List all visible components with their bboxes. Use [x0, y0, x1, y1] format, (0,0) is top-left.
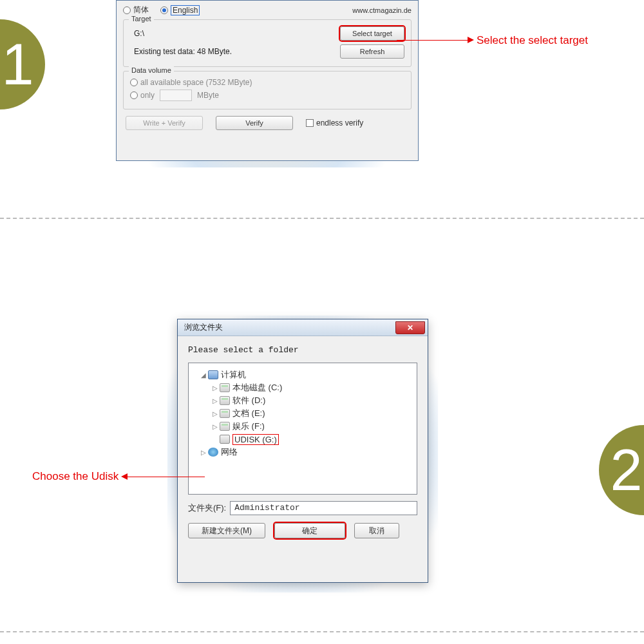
select-target-button[interactable]: Select target [340, 26, 404, 41]
data-volume-group: Data volume all available space (7532 MB… [123, 71, 412, 109]
anno2-arrow-line [128, 477, 205, 477]
computer-icon [208, 370, 218, 379]
vol-all-radio: all available space (7532 MByte) [130, 78, 252, 87]
usb-drive-icon [220, 435, 230, 444]
radio-icon [123, 6, 131, 14]
verify-button[interactable]: Verify [216, 116, 293, 130]
tree-label: 网络 [221, 446, 238, 458]
ok-button[interactable]: 确定 [274, 523, 345, 538]
radio-icon [130, 79, 138, 86]
radio-checked-icon [160, 6, 168, 14]
folder-field-label: 文件夹(F): [188, 502, 226, 514]
close-icon: ✕ [407, 323, 413, 332]
titlebar: 浏览文件夹 ✕ [178, 319, 428, 336]
close-button[interactable]: ✕ [395, 321, 425, 334]
new-folder-button[interactable]: 新建文件夹(M) [188, 523, 265, 538]
site-link[interactable]: www.ctmagazin.de [352, 6, 412, 14]
radio-icon [130, 91, 138, 99]
target-group-title: Target [129, 15, 154, 23]
expand-icon[interactable]: ▷ [211, 423, 220, 430]
tree-item-drive-f[interactable]: ▷ 娱乐 (F:) [193, 420, 413, 433]
vol-only-label: only [140, 91, 155, 100]
expand-icon[interactable]: ▷ [211, 397, 220, 404]
tree-item-udisk-g[interactable]: ▷ UDISK (G:) [193, 433, 413, 446]
tree-item-network[interactable]: ▷ 网络 [193, 446, 413, 459]
endless-verify-checkbox[interactable] [306, 119, 314, 127]
separator-1 [0, 218, 644, 219]
refresh-button[interactable]: Refresh [340, 44, 404, 59]
vol-all-label: all available space (7532 MByte) [140, 78, 252, 87]
existing-data-label: Existing test data: 48 MByte. [130, 47, 340, 56]
separator-2 [0, 631, 644, 632]
endless-verify-label: endless verify [316, 118, 363, 128]
lang-en-radio[interactable]: English [160, 5, 200, 15]
folder-name-input[interactable]: Administrator [230, 501, 417, 515]
folder-tree[interactable]: ◢ 计算机 ▷ 本地磁盘 (C:) ▷ 软件 (D:) ▷ 文档 (E:) [188, 363, 417, 495]
data-volume-group-title: Data volume [129, 66, 174, 74]
tree-label: 计算机 [221, 369, 246, 381]
lang-cn-label: 简体 [133, 5, 149, 15]
anno1-arrow-line [397, 40, 468, 41]
drive-icon [220, 409, 230, 418]
step-1-badge: 1 [0, 19, 45, 109]
network-icon [208, 448, 218, 457]
tree-label: 文档 (E:) [232, 408, 265, 419]
step-2-badge: 2 [599, 425, 644, 515]
tree-label: 本地磁盘 (C:) [232, 382, 282, 393]
lang-en-label: English [171, 5, 200, 15]
cancel-button[interactable]: 取消 [354, 523, 399, 538]
tree-item-drive-d[interactable]: ▷ 软件 (D:) [193, 394, 413, 407]
vol-only-input [160, 90, 192, 101]
browse-folder-dialog: 浏览文件夹 ✕ Please select a folder ◢ 计算机 ▷ 本… [177, 319, 428, 583]
vol-only-radio: only MByte [130, 90, 219, 101]
write-verify-button: Write + Verify [126, 116, 203, 130]
target-group: Target G:\ Select target Existing test d… [123, 19, 412, 67]
anno2-arrow-head-icon [121, 473, 128, 480]
tree-item-drive-e[interactable]: ▷ 文档 (E:) [193, 407, 413, 420]
target-drive-label: G:\ [130, 29, 340, 38]
tree-label: 娱乐 (F:) [232, 421, 265, 432]
tree-label-udisk: UDISK (G:) [232, 434, 279, 445]
collapse-icon[interactable]: ◢ [199, 372, 208, 379]
anno1-text: Select the select target [477, 34, 588, 47]
tree-label: 软件 (D:) [232, 395, 265, 406]
anno1-arrow-head-icon [468, 37, 474, 43]
tree-item-drive-c[interactable]: ▷ 本地磁盘 (C:) [193, 381, 413, 394]
expand-icon[interactable]: ▷ [199, 449, 208, 456]
drive-icon [220, 396, 230, 405]
expand-icon[interactable]: ▷ [211, 410, 220, 417]
vol-unit-label: MByte [197, 91, 219, 100]
h2testw-panel: 简体 English www.ctmagazin.de Target G:\ S… [116, 0, 419, 161]
dialog-prompt: Please select a folder [188, 345, 417, 355]
drive-icon [220, 383, 230, 392]
drive-icon [220, 422, 230, 431]
dialog-title: 浏览文件夹 [178, 322, 223, 333]
anno2-text: Choose the Udisk [32, 470, 118, 483]
lang-cn-radio[interactable]: 简体 [123, 5, 149, 15]
tree-item-computer[interactable]: ◢ 计算机 [193, 368, 413, 381]
expand-icon[interactable]: ▷ [211, 384, 220, 392]
